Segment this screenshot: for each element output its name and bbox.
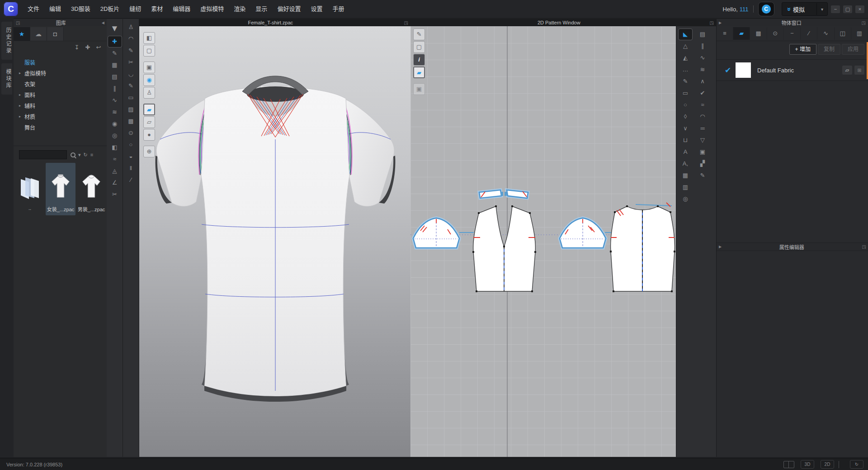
menu-edit[interactable]: 编辑 xyxy=(44,0,66,18)
roller-icon[interactable]: ▭ xyxy=(124,92,138,103)
tree-item-garment[interactable]: 服装 xyxy=(14,57,107,67)
menu-2d-pattern[interactable]: 2D板片 xyxy=(95,0,125,18)
view-3d-button[interactable]: 3D xyxy=(801,460,814,469)
pattern-grid-icon[interactable]: ▦ xyxy=(679,170,692,181)
pen-circle-icon[interactable]: ○ xyxy=(679,100,692,110)
viewport-3d-canvas[interactable]: ◧▢▣◉♙▰▱●⊕ xyxy=(139,26,410,457)
popout-icon[interactable]: ◳ xyxy=(14,20,22,25)
chevron-down-icon[interactable]: ▾ xyxy=(817,7,827,12)
fabric-list-item[interactable]: ✔ Default Fabric ▱⊞ xyxy=(717,59,868,81)
fabric-swatch[interactable] xyxy=(736,62,751,78)
select-lasso-icon[interactable]: ✎ xyxy=(108,48,122,59)
tack-icon[interactable]: ◬ xyxy=(108,166,122,176)
menu-preferences[interactable]: 偏好设置 xyxy=(272,0,306,18)
add-fabric-button[interactable]: + 增加 xyxy=(789,44,816,55)
texture-surface-icon[interactable]: ▰ xyxy=(143,104,155,115)
close-button[interactable]: × xyxy=(855,5,864,13)
menu-3d-garment[interactable]: 3D服装 xyxy=(66,0,95,18)
fit-check-icon[interactable]: ▢ xyxy=(143,45,155,57)
copy-fabric-button[interactable]: 复制 xyxy=(818,44,840,55)
popout-icon[interactable]: ◳ xyxy=(708,20,716,25)
texture-garment-icon[interactable]: ▨ xyxy=(124,104,138,115)
pin-curve-icon[interactable]: ◠ xyxy=(124,33,138,44)
sew-mn-2d-icon[interactable]: ≋ xyxy=(696,64,709,75)
menu-file[interactable]: 文件 xyxy=(23,0,44,18)
graphic-tab[interactable]: ▩ xyxy=(750,27,767,40)
back-icon[interactable]: ↩ xyxy=(93,44,104,51)
tree-item-fabric[interactable]: ▸面料 xyxy=(14,89,107,100)
library-item-male-tshirt[interactable]: 男装_...zpac xyxy=(76,163,106,215)
select-mesh-icon[interactable]: ▦ xyxy=(108,60,122,71)
tree-item-material[interactable]: ▸材质 xyxy=(14,111,107,122)
search-input[interactable] xyxy=(19,150,67,159)
minimize-button[interactable]: − xyxy=(831,5,840,13)
elastic-icon[interactable]: ≈ xyxy=(696,100,709,110)
trim-3d-icon[interactable]: ✂ xyxy=(124,57,138,68)
search-icon[interactable] xyxy=(71,152,75,157)
puckering-tab[interactable]: ∿ xyxy=(817,27,834,40)
sew-mn-icon[interactable]: ≋ xyxy=(108,107,122,118)
shrink-icon[interactable]: ▽ xyxy=(696,135,709,146)
import-file-icon[interactable]: ↧ xyxy=(71,44,82,51)
library-tab-store[interactable]: ◘ xyxy=(47,27,64,41)
flatten-curve-icon[interactable]: ◡ xyxy=(124,69,138,80)
pattern-canvas-2d[interactable]: ✎▢i▰▣ xyxy=(410,26,676,457)
menu-settings[interactable]: 设置 xyxy=(306,0,327,18)
cloud-account-button[interactable]: C xyxy=(758,2,774,16)
texture-edit-icon[interactable]: ▩ xyxy=(124,116,138,127)
library-tab-favorites[interactable]: ★ xyxy=(14,27,30,41)
grading-tab[interactable]: ▥ xyxy=(851,27,868,40)
list-view-icon[interactable]: ≡ xyxy=(90,152,93,157)
sew-free-icon[interactable]: ∿ xyxy=(108,95,122,106)
collapse-right-icon[interactable]: ▶ xyxy=(717,245,724,249)
pen-3d-icon[interactable]: ✎ xyxy=(124,45,138,56)
collapse-left-icon[interactable]: ◀ xyxy=(99,21,107,25)
notch-icon[interactable]: ∨ xyxy=(679,123,692,134)
zipper-icon[interactable]: ‖ xyxy=(124,163,138,174)
rail-tab-history[interactable]: 历史记录 xyxy=(1,22,12,60)
buttonhole-icon[interactable]: ○ xyxy=(124,139,138,150)
pen-rect-icon[interactable]: ▭ xyxy=(679,88,692,99)
piping-tab[interactable]: ◫ xyxy=(835,27,851,40)
sew-free-2d-icon[interactable]: ∿ xyxy=(696,52,709,63)
measure-3d-icon[interactable]: ∠ xyxy=(108,177,122,188)
app-logo-icon[interactable]: C xyxy=(4,2,18,16)
button-tab[interactable]: ⊙ xyxy=(767,27,784,40)
show-pin-icon[interactable]: ◉ xyxy=(143,74,155,86)
tree-item-hanger[interactable]: 衣架 xyxy=(14,78,107,89)
view-2d-button[interactable]: 2D xyxy=(821,460,834,469)
fold-arrange-icon[interactable]: ◧ xyxy=(108,142,122,153)
collapse-right-icon[interactable]: ▶ xyxy=(717,21,724,25)
popout-icon[interactable]: ◳ xyxy=(860,244,868,249)
fuse-icon[interactable]: ▣ xyxy=(696,147,709,157)
show-shape-icon[interactable]: ▢ xyxy=(413,41,425,53)
show-environment-icon[interactable]: ⊕ xyxy=(143,146,155,157)
lock-pattern-icon[interactable]: ▣ xyxy=(413,83,425,95)
comb-icon[interactable]: ▥ xyxy=(679,182,692,193)
gizmo-avatar-icon[interactable]: ♙ xyxy=(124,22,138,33)
button-lock-icon[interactable]: ◒ xyxy=(124,151,138,162)
show-avatar-head-icon[interactable]: ● xyxy=(143,129,155,141)
transform-pattern-icon[interactable]: ◣ xyxy=(679,29,692,40)
fabric-tab[interactable]: ▰ xyxy=(733,27,750,40)
scissors-3d-icon[interactable]: ✂ xyxy=(108,189,122,200)
grading-icon[interactable]: A, xyxy=(679,158,692,169)
menu-sewing[interactable]: 缝纫 xyxy=(124,0,146,18)
pin-box-icon[interactable]: ◎ xyxy=(108,130,122,141)
tree-item-avatar[interactable]: ▸虚拟模特 xyxy=(14,67,107,78)
add-to-fabric-icon[interactable]: ⊞ xyxy=(854,66,864,75)
apply-fabric-button[interactable]: 应用 xyxy=(842,44,864,55)
search-caret-icon[interactable]: ▾ xyxy=(78,152,81,158)
sew-edit-2d-icon[interactable]: ▤ xyxy=(696,29,709,40)
show-garment-icon[interactable]: ▣ xyxy=(143,62,155,73)
sew-segment-2d-icon[interactable]: ∥ xyxy=(696,41,709,52)
edit-curve-icon[interactable]: ◭ xyxy=(679,52,692,63)
check-seam-icon[interactable]: ✔ xyxy=(696,88,709,99)
menu-manual[interactable]: 手册 xyxy=(327,0,349,18)
save-fabric-icon[interactable]: ▱ xyxy=(842,66,852,75)
render-style-icon[interactable]: ◧ xyxy=(143,32,155,44)
tree-item-stage[interactable]: 舞台 xyxy=(14,122,107,133)
show-sewing-icon[interactable]: ✎ xyxy=(413,28,425,40)
sew-edit-icon[interactable]: ▤ xyxy=(108,71,122,82)
refresh-icon[interactable]: ↻ xyxy=(84,152,88,158)
